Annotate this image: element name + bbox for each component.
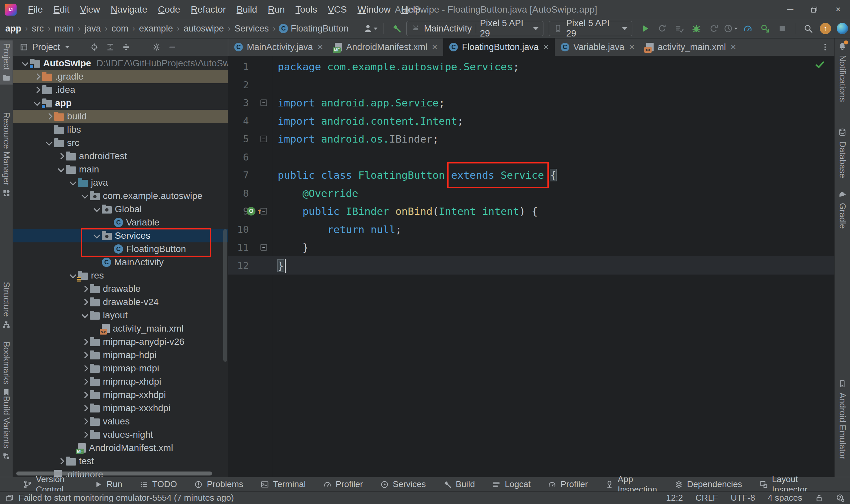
chevron-down-icon[interactable]	[68, 271, 78, 281]
fold-marker-icon[interactable]	[261, 136, 267, 142]
breadcrumb-item-src[interactable]: src	[31, 23, 45, 35]
tree-row-mipmap-xxhdpi[interactable]: mipmap-xxhdpi	[13, 388, 228, 401]
chevron-down-icon[interactable]	[32, 98, 42, 108]
sidebar-item-gradle[interactable]: Gradle	[835, 187, 850, 231]
menu-vcs[interactable]: VCS	[322, 0, 352, 19]
breadcrumb-item-app[interactable]: app	[5, 23, 22, 35]
tree-row--idea[interactable]: .idea	[13, 83, 228, 96]
sidebar-item-build-variants[interactable]: Build Variants	[0, 393, 13, 463]
close-icon[interactable]: ×	[432, 42, 437, 52]
user-profile-button[interactable]	[363, 21, 378, 36]
fold-marker-icon[interactable]	[261, 100, 267, 106]
chevron-right-icon[interactable]	[80, 297, 90, 307]
tree-row-values[interactable]: values	[13, 415, 228, 428]
chevron-right-icon[interactable]	[80, 363, 90, 373]
menu-build[interactable]: Build	[231, 0, 262, 19]
menu-tools[interactable]: Tools	[290, 0, 322, 19]
menu-run[interactable]: Run	[262, 0, 290, 19]
device-select[interactable]: Pixel 5 API 29	[549, 21, 632, 36]
chevron-right-icon[interactable]	[80, 377, 90, 386]
locate-file-icon[interactable]	[90, 43, 99, 51]
status-widget-crlf[interactable]: CRLF	[695, 493, 718, 503]
tree-row-androidtest[interactable]: androidTest	[13, 149, 228, 163]
profile-low-overhead-button[interactable]	[706, 21, 721, 36]
tree-row--gradle[interactable]: .gradle	[13, 70, 228, 83]
tree-row-res[interactable]: res	[13, 269, 228, 282]
tree-row-libs[interactable]: libs	[13, 123, 228, 136]
tree-row-src[interactable]: src	[13, 136, 228, 149]
run-history-button[interactable]	[723, 21, 739, 36]
apply-code-changes-button[interactable]	[672, 21, 687, 36]
sidebar-item-notifications[interactable]: Notifications	[835, 39, 850, 105]
chevron-down-icon[interactable]	[20, 58, 30, 68]
tree-row-mipmap-anydpi-v26[interactable]: mipmap-anydpi-v26	[13, 335, 228, 348]
chevron-right-icon[interactable]	[80, 350, 90, 360]
tree-row-drawable-v24[interactable]: drawable-v24	[13, 295, 228, 309]
tree-row-activity_main-xml[interactable]: activity_main.xml	[13, 322, 228, 335]
tree-row-test[interactable]: test	[13, 455, 228, 468]
chevron-right-icon[interactable]	[32, 72, 42, 82]
breadcrumb-item-com[interactable]: com	[111, 23, 129, 35]
status-widget-4-spaces[interactable]: 4 spaces	[768, 493, 802, 503]
tree-row-variable[interactable]: Variable	[13, 216, 228, 229]
tree-row-layout[interactable]: layout	[13, 309, 228, 322]
chevron-right-icon[interactable]	[44, 111, 54, 121]
update-available-button[interactable]: ↑	[818, 21, 833, 36]
tree-row-drawable[interactable]: drawable	[13, 282, 228, 295]
tree-row-mipmap-hdpi[interactable]: mipmap-hdpi	[13, 348, 228, 362]
help-gear-icon[interactable]	[836, 494, 845, 502]
sidebar-item-database[interactable]: Database	[835, 125, 850, 181]
chevron-right-icon[interactable]	[80, 390, 90, 400]
tab-floatingbutton-java[interactable]: FloatingButton.java×	[443, 38, 555, 56]
close-icon[interactable]: ×	[544, 42, 549, 52]
tab-variable-java[interactable]: Variable.java×	[555, 38, 640, 56]
breadcrumb-item-main[interactable]: main	[54, 23, 75, 35]
restore-button[interactable]	[802, 0, 826, 19]
menu-edit[interactable]: Edit	[48, 0, 75, 19]
chevron-right-icon[interactable]	[80, 337, 90, 347]
minimize-button[interactable]: ─	[778, 0, 802, 19]
sidebar-item-project[interactable]: Project	[0, 40, 13, 85]
chevron-down-icon[interactable]	[92, 204, 102, 214]
tree-row-autoswipe[interactable]: AutoSwipeD:\IDEA\GitHubProjects\AutoSwip…	[13, 57, 228, 70]
sidebar-item-resource-manager[interactable]: Resource Manager	[0, 109, 13, 200]
lock-icon[interactable]	[815, 494, 824, 502]
chevron-right-icon[interactable]	[80, 284, 90, 294]
expand-all-icon[interactable]	[106, 43, 114, 51]
tree-row-values-night[interactable]: values-night	[13, 428, 228, 441]
tab-mainactivity-java[interactable]: MainActivity.java×	[228, 38, 329, 56]
menu-navigate[interactable]: Navigate	[106, 0, 153, 19]
chevron-down-icon[interactable]	[80, 310, 90, 320]
sidebar-item-structure[interactable]: Structure	[0, 279, 13, 331]
tree-row-mainactivity[interactable]: MainActivity	[13, 256, 228, 269]
tree-row-com-example-autoswipe[interactable]: com.example.autoswipe	[13, 189, 228, 203]
status-widget-12-2[interactable]: 12:2	[666, 493, 683, 503]
profiler-button[interactable]	[741, 21, 756, 36]
tree-row-app[interactable]: app	[13, 96, 228, 110]
status-widget-utf-8[interactable]: UTF-8	[730, 493, 755, 503]
chevron-down-icon[interactable]	[65, 46, 70, 48]
breadcrumb-item-Services[interactable]: Services	[234, 23, 270, 35]
project-panel-title[interactable]: Project	[32, 42, 60, 52]
chevron-right-icon[interactable]	[56, 151, 66, 161]
chevron-right-icon[interactable]	[56, 456, 66, 466]
collapse-all-icon[interactable]	[122, 43, 130, 51]
chevron-down-icon[interactable]	[68, 178, 78, 188]
tree-vertical-scrollbar[interactable]	[223, 229, 227, 362]
tree-row-java[interactable]: java	[13, 176, 228, 189]
sidebar-item-android-emulator[interactable]: Android Emulator	[835, 377, 850, 462]
tree-row-mipmap-xhdpi[interactable]: mipmap-xhdpi	[13, 375, 228, 388]
event-log-icon[interactable]	[5, 494, 14, 502]
debug-button[interactable]	[689, 21, 704, 36]
tree-row-mipmap-mdpi[interactable]: mipmap-mdpi	[13, 362, 228, 375]
sidebar-item-bookmarks[interactable]: Bookmarks	[0, 339, 13, 399]
gear-icon[interactable]	[152, 43, 161, 51]
inspections-ok-indicator[interactable]	[815, 59, 825, 72]
breadcrumb-item-example[interactable]: example	[138, 23, 174, 35]
menu-view[interactable]: View	[75, 0, 105, 19]
apply-changes-restart-button[interactable]	[655, 21, 670, 36]
search-everywhere-button[interactable]	[800, 21, 816, 36]
chevron-down-icon[interactable]	[56, 164, 66, 175]
close-icon[interactable]: ×	[629, 42, 634, 52]
breadcrumb-item-class[interactable]: FloatingButton	[279, 23, 348, 34]
